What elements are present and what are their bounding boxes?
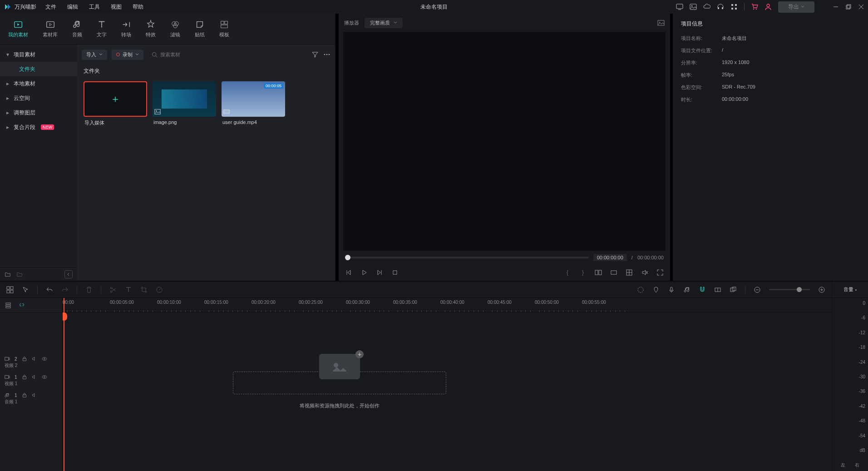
filter-icon[interactable] — [311, 51, 319, 58]
new-folder2-icon[interactable] — [16, 271, 23, 278]
lock-icon[interactable] — [22, 392, 27, 398]
display-icon[interactable] — [676, 3, 683, 10]
zoom-out-icon[interactable] — [754, 286, 761, 293]
track-head-video1[interactable]: 1 视频 1 — [0, 372, 62, 390]
thumb-import[interactable]: ＋ 导入媒体 — [84, 81, 147, 126]
menu-tools[interactable]: 工具 — [89, 3, 100, 11]
brace-right-icon[interactable]: } — [579, 269, 587, 276]
quality-select[interactable]: 完整画质 — [365, 18, 403, 28]
tab-transition[interactable]: 转场 — [121, 20, 131, 38]
mic-icon[interactable] — [668, 286, 675, 293]
cloud-icon[interactable] — [703, 3, 710, 10]
maximize-button[interactable] — [845, 4, 852, 10]
fullscreen-icon[interactable] — [656, 269, 664, 276]
thumb-image[interactable]: image.png — [153, 81, 216, 126]
playhead[interactable] — [64, 298, 64, 471]
linktrack-icon[interactable] — [18, 302, 25, 309]
image-icon[interactable] — [690, 3, 697, 10]
lock-icon[interactable] — [22, 374, 27, 380]
text-tool-icon[interactable] — [125, 286, 132, 293]
scrub-knob[interactable] — [345, 255, 350, 260]
delete-icon[interactable] — [85, 286, 93, 293]
tab-effects[interactable]: 特效 — [146, 20, 156, 38]
cursor-icon[interactable] — [22, 286, 29, 293]
user-icon[interactable] — [764, 3, 772, 10]
dropzone[interactable]: + 将视频和资源拖拽到此处，开始创作 — [203, 372, 476, 409]
tree-folder[interactable]: 文件夹 — [0, 62, 77, 76]
mute-track-icon[interactable] — [32, 392, 37, 398]
mute-track-icon[interactable] — [32, 356, 37, 362]
brace-left-icon[interactable]: { — [564, 269, 571, 276]
ratio-icon[interactable] — [610, 269, 617, 276]
overlap-icon[interactable] — [730, 286, 737, 293]
headphones-icon[interactable] — [717, 3, 724, 10]
tab-audio[interactable]: 音频 — [72, 20, 82, 38]
marker-icon[interactable] — [652, 286, 660, 293]
music-icon[interactable] — [683, 286, 690, 293]
tree-local[interactable]: ▸本地素材 — [0, 76, 77, 91]
tracks-icon[interactable] — [5, 302, 12, 309]
layout-icon[interactable] — [6, 286, 14, 293]
cart-icon[interactable] — [751, 3, 758, 10]
play-icon[interactable] — [360, 269, 368, 276]
search-input[interactable] — [160, 52, 215, 57]
more-icon[interactable] — [323, 51, 330, 58]
tree-adjustment[interactable]: ▸调整图层 — [0, 105, 77, 120]
track-head-video2[interactable]: 2 视频 2 — [0, 353, 62, 372]
scrub-slider[interactable] — [345, 257, 589, 258]
tree-cloud[interactable]: ▸云空间 — [0, 91, 77, 105]
tab-stickers[interactable]: 贴纸 — [195, 20, 205, 38]
apps-icon[interactable] — [730, 3, 738, 10]
new-folder-icon[interactable] — [5, 271, 11, 278]
eye-icon[interactable] — [42, 374, 47, 380]
import-box[interactable]: ＋ — [84, 81, 147, 117]
dropzone-rect[interactable]: + — [233, 372, 446, 394]
next-frame-icon[interactable] — [376, 269, 383, 276]
close-button[interactable] — [858, 4, 864, 10]
undo-icon[interactable] — [46, 286, 53, 293]
thumb-preview[interactable] — [153, 81, 216, 117]
minimize-button[interactable] — [833, 4, 839, 10]
crop-icon[interactable] — [140, 286, 148, 293]
stop-icon[interactable] — [391, 269, 399, 276]
tab-my-media[interactable]: 我的素材 — [8, 20, 28, 38]
timeline-ruler[interactable]: 00:0000:00:05:0000:00:10:0000:00:15:0000… — [63, 298, 832, 312]
record-dropdown[interactable]: 录制 — [112, 50, 143, 60]
preview-stage[interactable] — [343, 32, 666, 251]
magnet-icon[interactable] — [699, 286, 706, 293]
track-head-audio1[interactable]: 1 音频 1 — [0, 390, 62, 408]
tab-text[interactable]: 文字 — [97, 20, 107, 38]
tab-filters[interactable]: 滤镜 — [170, 20, 180, 38]
tab-stock[interactable]: 素材库 — [43, 20, 58, 38]
tree-project-media[interactable]: ▾项目素材 — [0, 47, 77, 62]
redo-icon[interactable] — [61, 286, 69, 293]
timecode-current[interactable]: 00:00:00:00 — [593, 254, 627, 261]
menu-view[interactable]: 视图 — [111, 3, 122, 11]
thumb-preview[interactable]: 00:00:05 — [222, 81, 285, 117]
collapse-sidebar-button[interactable] — [64, 270, 73, 278]
zoom-in-icon[interactable] — [818, 286, 825, 293]
zoom-slider[interactable] — [769, 289, 810, 290]
link-icon[interactable] — [714, 286, 721, 293]
tab-templates[interactable]: 模板 — [219, 20, 229, 38]
export-button[interactable]: 导出 — [778, 1, 814, 13]
eye-icon[interactable] — [42, 356, 47, 362]
tree-compound[interactable]: ▸复合片段NEW — [0, 120, 77, 134]
prev-frame-icon[interactable] — [345, 269, 352, 276]
compare-icon[interactable] — [595, 269, 602, 276]
menu-edit[interactable]: 编辑 — [67, 3, 78, 11]
auto-icon[interactable] — [637, 286, 644, 293]
menu-file[interactable]: 文件 — [45, 3, 56, 11]
snapshot-icon[interactable] — [657, 19, 665, 26]
import-dropdown[interactable]: 导入 — [82, 50, 107, 60]
mute-icon[interactable] — [641, 269, 648, 276]
lock-icon[interactable] — [22, 356, 27, 362]
tracks-area[interactable]: 00:0000:00:05:0000:00:10:0000:00:15:0000… — [63, 298, 832, 471]
mute-track-icon[interactable] — [32, 374, 37, 380]
thumb-video[interactable]: 00:00:05 user guide.mp4 — [222, 81, 285, 126]
speed-icon[interactable] — [156, 286, 163, 293]
split-icon[interactable] — [109, 286, 117, 293]
menu-help[interactable]: 帮助 — [133, 3, 143, 11]
grid-icon[interactable] — [626, 269, 633, 276]
zoom-knob[interactable] — [797, 287, 802, 292]
